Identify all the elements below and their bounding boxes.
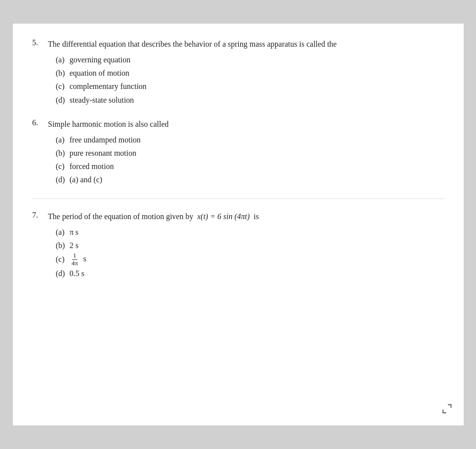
option-label: (b)	[56, 146, 70, 160]
option-label: (b)	[56, 66, 70, 80]
list-item: (c) complementary function	[56, 80, 444, 93]
fraction-suffix: s	[84, 254, 86, 263]
question-6-number: 6.	[32, 118, 48, 127]
option-label: (c)	[56, 80, 70, 93]
list-item: (d) steady-state solution	[56, 93, 444, 107]
option-label: (d)	[56, 267, 70, 280]
list-item: (a) π s	[56, 225, 444, 239]
list-item: (b) pure resonant motion	[56, 146, 444, 160]
option-label: (b)	[56, 239, 70, 252]
question-6-text: Simple harmonic motion is also called	[48, 118, 169, 130]
question-7: 7. The period of the equation of motion …	[32, 211, 444, 281]
list-item: (c) forced motion	[56, 160, 444, 173]
question-5-options: (a) governing equation (b) equation of m…	[56, 53, 444, 107]
option-label: (c)	[56, 160, 70, 173]
option-text: equation of motion	[70, 66, 130, 80]
option-text: π s	[70, 225, 79, 239]
option-label: (d)	[56, 173, 70, 186]
question-6: 6. Simple harmonic motion is also called…	[32, 118, 444, 187]
fraction-display: 1 4π	[71, 252, 79, 267]
option-fraction: 1 4π s	[70, 252, 86, 267]
option-text: complementary function	[70, 80, 147, 93]
option-text: free undamped motion	[70, 133, 141, 146]
question-7-text: The period of the equation of motion giv…	[48, 211, 259, 223]
list-item: (c) 1 4π s	[56, 252, 444, 267]
option-text: governing equation	[70, 53, 131, 66]
list-item: (d) 0.5 s	[56, 267, 444, 280]
question-5-number: 5.	[32, 38, 48, 47]
option-label: (a)	[56, 53, 70, 66]
question-7-math: x(t) = 6 sin (4πt)	[197, 212, 250, 221]
section-divider	[32, 198, 444, 199]
fraction-numerator: 1	[72, 252, 78, 259]
question-card: 5. The differential equation that descri…	[12, 23, 464, 426]
question-7-text-before: The period of the equation of motion giv…	[48, 212, 194, 221]
question-7-number: 7.	[32, 211, 48, 220]
option-label: (a)	[56, 225, 70, 239]
fraction-denominator: 4π	[71, 260, 79, 267]
option-label: (c)	[56, 253, 70, 266]
question-5-text: The differential equation that describes…	[48, 38, 337, 50]
question-7-options: (a) π s (b) 2 s (c) 1 4π s (d) 0.5 s	[56, 225, 444, 281]
list-item: (b) equation of motion	[56, 66, 444, 80]
option-text: pure resonant motion	[70, 146, 137, 160]
question-7-text-after: is	[253, 212, 259, 221]
option-text: 0.5 s	[70, 267, 84, 280]
list-item: (b) 2 s	[56, 239, 444, 252]
question-6-options: (a) free undamped motion (b) pure resona…	[56, 133, 444, 187]
list-item: (a) governing equation	[56, 53, 444, 66]
question-5: 5. The differential equation that descri…	[32, 38, 444, 107]
expand-button[interactable]	[440, 402, 454, 416]
option-label: (a)	[56, 133, 70, 146]
option-text: steady-state solution	[70, 93, 134, 107]
option-text: (a) and (c)	[70, 173, 103, 186]
option-text: 2 s	[70, 239, 79, 252]
option-text: forced motion	[70, 160, 114, 173]
option-label: (d)	[56, 93, 70, 107]
list-item: (a) free undamped motion	[56, 133, 444, 146]
list-item: (d) (a) and (c)	[56, 173, 444, 186]
